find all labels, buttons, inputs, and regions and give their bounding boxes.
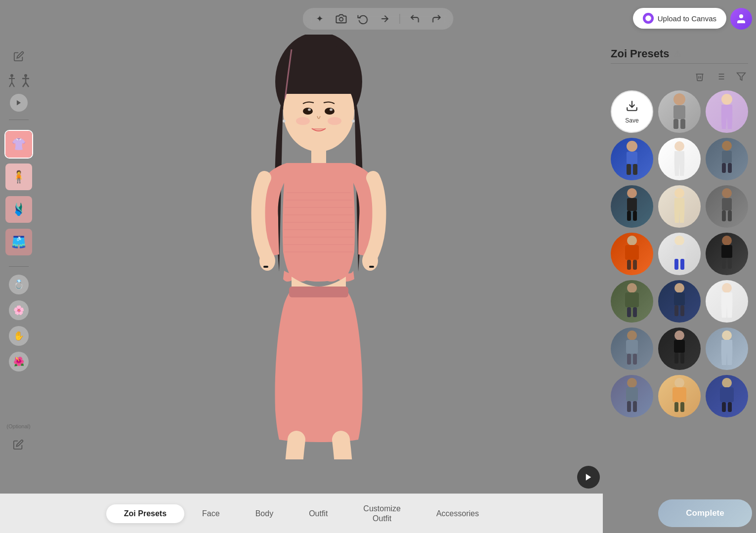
preset-item[interactable] — [611, 328, 653, 370]
clothing-body-thumb[interactable]: 🧍 — [4, 163, 33, 191]
svg-rect-103 — [627, 401, 631, 412]
preset-item[interactable] — [658, 328, 701, 370]
preset-item[interactable] — [611, 233, 653, 275]
svg-rect-108 — [680, 402, 684, 412]
canvas-icon — [643, 13, 654, 24]
svg-rect-94 — [627, 354, 631, 365]
svg-line-7 — [9, 82, 12, 87]
svg-rect-107 — [674, 402, 678, 412]
svg-rect-110 — [720, 387, 734, 402]
accessory-icon[interactable]: 🌸 — [9, 300, 29, 320]
male-figure-icon[interactable] — [20, 73, 31, 88]
svg-rect-81 — [722, 258, 726, 269]
preset-avatar — [706, 328, 748, 370]
preset-item[interactable] — [611, 138, 653, 180]
svg-rect-51 — [680, 119, 685, 129]
tab-zoi-presets[interactable]: Zoi Presets — [106, 504, 184, 523]
play-button[interactable] — [10, 94, 28, 112]
preset-avatar — [658, 233, 701, 275]
svg-rect-60 — [722, 163, 726, 173]
preset-item[interactable] — [706, 138, 748, 180]
preset-item[interactable] — [706, 328, 748, 370]
preset-item[interactable] — [611, 185, 653, 228]
main-canvas — [40, 0, 598, 493]
svg-point-57 — [674, 141, 684, 151]
preset-avatar — [611, 185, 653, 228]
svg-point-32 — [308, 108, 311, 111]
preset-item[interactable] — [658, 185, 701, 228]
svg-marker-14 — [16, 100, 20, 106]
svg-point-53 — [627, 141, 637, 152]
clothing-bottom-thumb[interactable]: 🩱 — [4, 195, 33, 224]
svg-point-96 — [674, 330, 684, 340]
preset-item[interactable] — [611, 280, 653, 323]
svg-point-71 — [627, 236, 637, 246]
edit-bottom-icon[interactable] — [9, 435, 28, 454]
preset-avatar — [658, 90, 701, 133]
svg-rect-55 — [627, 164, 631, 175]
svg-rect-84 — [625, 292, 639, 307]
panel-play-button[interactable] — [577, 466, 600, 489]
svg-rect-61 — [728, 163, 732, 173]
tab-outfit[interactable]: Outfit — [291, 504, 345, 523]
jewelry-icon[interactable]: 💍 — [9, 275, 29, 294]
save-label: Save — [625, 117, 638, 124]
svg-point-58 — [722, 141, 732, 151]
svg-rect-64 — [627, 211, 631, 221]
svg-point-9 — [24, 74, 27, 77]
preset-avatar — [658, 375, 701, 417]
user-avatar[interactable] — [730, 8, 752, 30]
hand-accessory-icon[interactable]: ✋ — [9, 326, 29, 346]
tab-accessories[interactable]: Accessories — [419, 504, 497, 523]
svg-rect-88 — [674, 292, 685, 305]
svg-point-48 — [673, 93, 685, 105]
svg-rect-86 — [633, 307, 637, 317]
complete-button[interactable]: Complete — [658, 499, 752, 527]
svg-point-101 — [627, 378, 637, 388]
svg-rect-70 — [728, 210, 732, 221]
tab-body[interactable]: Body — [238, 504, 291, 523]
clothing-top-thumb[interactable]: 👚 — [4, 130, 33, 159]
svg-rect-99 — [680, 353, 684, 364]
preset-avatar — [658, 328, 701, 370]
preset-item[interactable] — [706, 90, 748, 133]
preset-item[interactable] — [658, 233, 701, 275]
delete-icon[interactable] — [693, 70, 707, 83]
svg-point-79 — [722, 236, 732, 246]
save-preset-button[interactable]: Save — [611, 90, 653, 133]
preset-avatar — [706, 233, 748, 275]
preset-avatar — [611, 375, 653, 417]
svg-point-105 — [674, 378, 684, 388]
svg-point-83 — [627, 283, 637, 293]
preset-item[interactable] — [658, 280, 701, 323]
preset-item[interactable] — [611, 375, 653, 417]
svg-line-13 — [26, 82, 29, 87]
preset-item[interactable] — [658, 90, 701, 133]
preset-item[interactable] — [706, 233, 748, 275]
svg-rect-38 — [263, 266, 268, 268]
female-figure-icon[interactable] — [6, 73, 17, 88]
svg-point-87 — [674, 283, 684, 293]
svg-point-100 — [722, 330, 732, 340]
edit-icon[interactable] — [8, 45, 30, 67]
clothing-shorts-thumb[interactable]: 🩳 — [4, 228, 33, 256]
upload-to-canvas-button[interactable]: Upload to Canvas — [633, 8, 726, 29]
sort-icon[interactable] — [714, 70, 727, 83]
floral-accessory-icon[interactable]: 🌺 — [9, 352, 29, 371]
svg-rect-90 — [680, 305, 684, 316]
preset-item[interactable] — [658, 375, 701, 417]
svg-point-91 — [722, 283, 732, 293]
preset-item[interactable] — [706, 280, 748, 323]
tab-customize-outfit[interactable]: CustomizeOutfit — [345, 499, 419, 528]
svg-rect-106 — [672, 387, 686, 402]
preset-item[interactable] — [706, 185, 748, 228]
filter-icon[interactable] — [734, 70, 748, 83]
optional-label: (Optional) — [0, 423, 37, 429]
preset-item[interactable] — [658, 138, 701, 180]
svg-rect-68 — [722, 198, 732, 210]
svg-rect-49 — [673, 105, 685, 119]
svg-point-33 — [330, 108, 333, 111]
preset-avatar — [706, 375, 748, 417]
tab-face[interactable]: Face — [184, 504, 238, 523]
preset-item[interactable] — [706, 375, 748, 417]
